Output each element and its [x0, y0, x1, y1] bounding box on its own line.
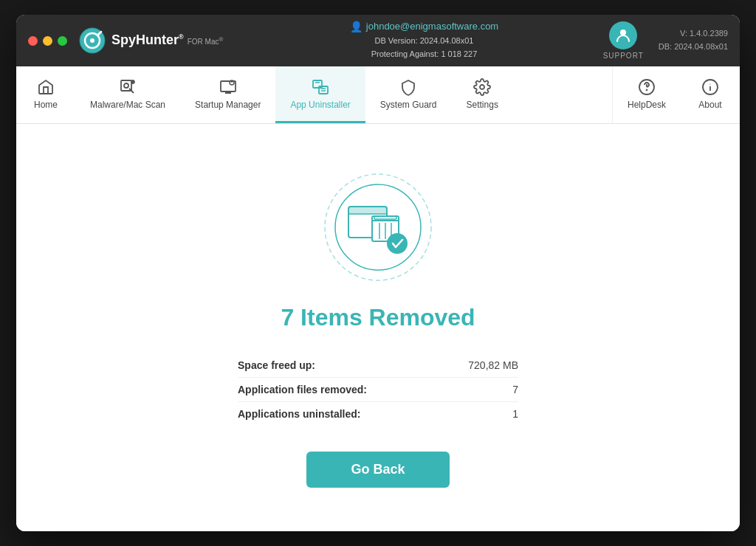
svg-point-22 — [646, 89, 647, 90]
maximize-button[interactable] — [58, 36, 67, 46]
nav-spacer — [513, 66, 612, 123]
nav-settings[interactable]: Settings — [452, 66, 513, 123]
nav-startup-manager[interactable]: Startup Manager — [180, 66, 275, 123]
svg-point-25 — [709, 83, 710, 84]
svg-point-38 — [387, 233, 408, 254]
support-label: SUPPORT — [603, 52, 644, 60]
nav-helpdesk[interactable]: HelpDesk — [613, 66, 681, 123]
nav-app-uninstaller[interactable]: App Uninstaller — [275, 66, 365, 123]
svg-rect-9 — [221, 81, 236, 91]
malware-scan-icon — [119, 78, 137, 96]
svg-point-2 — [90, 38, 94, 43]
stat-value-files: 7 — [512, 384, 518, 395]
about-icon — [701, 78, 719, 96]
titlebar: SpyHunter® FOR Mac® 👤 johndoe@enigmasoft… — [16, 15, 740, 66]
stat-label-files: Application files removed: — [238, 384, 367, 395]
stat-row-files: Application files removed: 7 — [238, 378, 518, 402]
logo-area: SpyHunter® FOR Mac® — [79, 27, 223, 54]
support-button[interactable]: SUPPORT — [603, 21, 644, 60]
header-right: SUPPORT V: 1.4.0.2389 DB: 2024.04.08x01 — [603, 21, 728, 60]
stats-table: Space freed up: 720,82 MB Application fi… — [238, 353, 518, 426]
svg-point-6 — [124, 83, 128, 88]
support-icon — [609, 21, 637, 49]
stat-label-apps: Applications uninstalled: — [238, 408, 360, 420]
result-title: 7 Items Removed — [281, 304, 475, 331]
stat-label-space: Space freed up: — [238, 359, 315, 371]
nav-system-guard[interactable]: System Guard — [365, 66, 452, 123]
app-uninstaller-icon — [312, 78, 329, 96]
svg-rect-15 — [315, 82, 320, 83]
window-controls — [28, 36, 67, 46]
uninstall-result-icon — [319, 168, 437, 286]
nav-home[interactable]: Home — [16, 66, 75, 123]
spyhunter-logo-icon — [79, 27, 106, 54]
version-info: V: 1.4.0.2389 DB: 2024.04.08x01 — [659, 27, 728, 53]
main-content: 7 Items Removed Space freed up: 720,82 M… — [16, 124, 740, 531]
logo-name: SpyHunter® FOR Mac® — [111, 33, 223, 48]
result-icon-area — [319, 168, 437, 289]
db-info: DB Version: 2024.04.08x01 Protecting Aga… — [371, 35, 478, 61]
svg-point-8 — [131, 80, 134, 83]
user-email: johndoe@enigmasoftware.com — [366, 21, 498, 32]
nav-right: HelpDesk About — [612, 66, 740, 123]
stat-row-apps: Applications uninstalled: 1 — [238, 402, 518, 426]
navbar: Home Malware/Mac Scan Startup Manager — [16, 66, 740, 124]
home-icon — [37, 78, 55, 96]
minimize-button[interactable] — [43, 36, 52, 46]
system-guard-icon — [399, 78, 417, 96]
stat-value-space: 720,82 MB — [468, 359, 518, 371]
svg-rect-29 — [348, 207, 387, 214]
app-window: SpyHunter® FOR Mac® 👤 johndoe@enigmasoft… — [16, 15, 740, 531]
stat-value-apps: 1 — [512, 408, 518, 420]
startup-manager-icon — [219, 78, 237, 96]
person-icon: 👤 — [350, 21, 362, 32]
go-back-button[interactable]: Go Back — [306, 452, 449, 488]
nav-malware-scan[interactable]: Malware/Mac Scan — [75, 66, 180, 123]
svg-point-19 — [480, 85, 484, 89]
svg-point-4 — [620, 30, 626, 35]
nav-about[interactable]: About — [681, 66, 740, 123]
logo-text: SpyHunter® FOR Mac® — [111, 33, 223, 48]
close-button[interactable] — [28, 36, 38, 46]
stat-row-space: Space freed up: 720,82 MB — [238, 353, 518, 378]
helpdesk-icon — [638, 78, 656, 96]
settings-icon — [473, 78, 491, 96]
